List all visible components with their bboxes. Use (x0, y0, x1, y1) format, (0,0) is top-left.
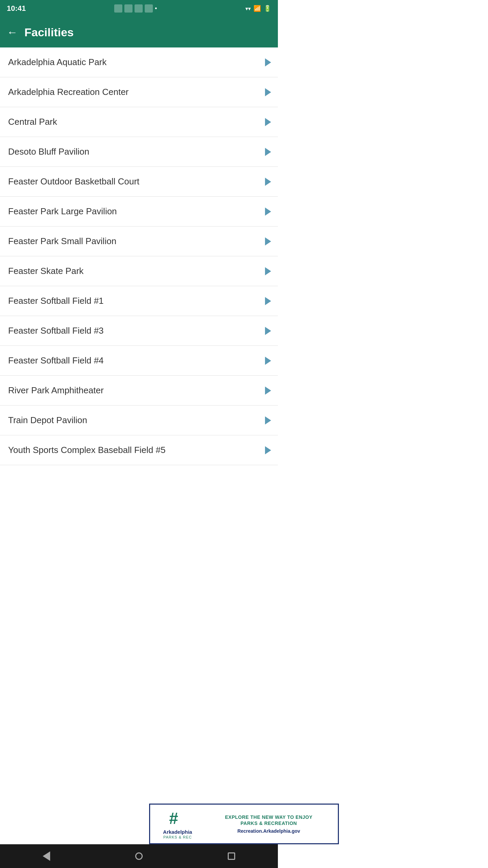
chevron-right-icon (265, 357, 271, 365)
list-item[interactable]: Feaster Softball Field #3 (0, 316, 278, 346)
list-item[interactable]: Feaster Outdoor Basketball Court (0, 167, 278, 197)
back-button[interactable]: ← (7, 26, 18, 39)
list-item[interactable]: Feaster Park Large Pavilion (0, 197, 278, 226)
chevron-right-icon (265, 237, 271, 245)
chevron-right-icon (265, 88, 271, 96)
facility-name-label: Arkadelphia Aquatic Park (8, 57, 107, 67)
chevron-right-icon (265, 118, 271, 126)
chevron-right-icon (265, 148, 271, 156)
facility-name-label: Feaster Softball Field #3 (8, 326, 104, 336)
notif-icon-2 (124, 4, 133, 13)
facility-name-label: Feaster Park Large Pavilion (8, 206, 117, 217)
facility-name-label: River Park Amphitheater (8, 385, 104, 396)
list-item[interactable]: Arkadelphia Recreation Center (0, 77, 278, 107)
chevron-right-icon (265, 416, 271, 425)
chevron-right-icon (265, 58, 271, 66)
page-header: ← Facilities (0, 17, 278, 47)
facilities-list: Arkadelphia Aquatic ParkArkadelphia Recr… (0, 47, 278, 465)
chevron-right-icon (265, 208, 271, 216)
facility-name-label: Youth Sports Complex Baseball Field #5 (8, 445, 165, 455)
facility-name-label: Train Depot Pavilion (8, 415, 87, 426)
notif-icon-3 (135, 4, 143, 13)
notif-icon-4 (145, 4, 153, 13)
notification-icons: • (114, 4, 157, 13)
list-item[interactable]: Feaster Softball Field #4 (0, 346, 278, 376)
list-item[interactable]: Arkadelphia Aquatic Park (0, 47, 278, 77)
list-item[interactable]: Feaster Skate Park (0, 256, 278, 286)
list-item[interactable]: Feaster Park Small Pavilion (0, 226, 278, 256)
chevron-right-icon (265, 327, 271, 335)
status-time: 10:41 (7, 4, 26, 13)
facility-name-label: Feaster Outdoor Basketball Court (8, 176, 139, 187)
chevron-right-icon (265, 387, 271, 395)
status-icons: ▾▾ 📶 🔋 (245, 5, 271, 12)
facility-name-label: Feaster Skate Park (8, 266, 84, 276)
chevron-right-icon (265, 178, 271, 186)
list-item[interactable]: Central Park (0, 107, 278, 137)
facility-name-label: Feaster Softball Field #4 (8, 355, 104, 366)
facility-name-label: Arkadelphia Recreation Center (8, 87, 129, 97)
dot-separator: • (155, 5, 157, 12)
battery-icon: 🔋 (264, 5, 271, 12)
facility-name-label: Central Park (8, 117, 57, 127)
facility-name-label: Feaster Park Small Pavilion (8, 236, 116, 246)
chevron-right-icon (265, 446, 271, 454)
list-item[interactable]: Feaster Softball Field #1 (0, 286, 278, 316)
facility-name-label: Desoto Bluff Pavilion (8, 146, 89, 157)
status-bar: 10:41 • ▾▾ 📶 🔋 (0, 0, 278, 17)
notif-icon-1 (114, 4, 122, 13)
list-item[interactable]: Youth Sports Complex Baseball Field #5 (0, 435, 278, 465)
list-item[interactable]: Train Depot Pavilion (0, 406, 278, 435)
chevron-right-icon (265, 267, 271, 275)
wifi-icon: ▾▾ (245, 5, 251, 12)
list-item[interactable]: River Park Amphitheater (0, 376, 278, 406)
page-title: Facilities (24, 26, 74, 39)
facility-name-label: Feaster Softball Field #1 (8, 296, 104, 306)
chevron-right-icon (265, 297, 271, 305)
signal-icon: 📶 (253, 5, 261, 12)
list-item[interactable]: Desoto Bluff Pavilion (0, 137, 278, 167)
